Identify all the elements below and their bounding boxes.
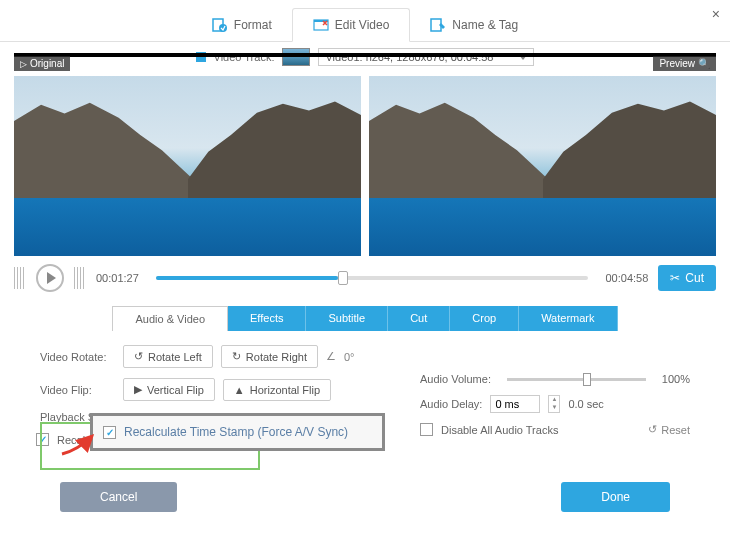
reset-icon: ↺: [648, 423, 657, 436]
video-track-row: Video Track: Video1: h264, 1280x676, 00:…: [0, 42, 730, 72]
angle-icon: ∠: [326, 350, 336, 363]
tab-name-tag-label: Name & Tag: [452, 18, 518, 32]
volume-thumb[interactable]: [583, 373, 591, 386]
close-button[interactable]: ×: [712, 6, 720, 22]
vflip-icon: ▶: [134, 383, 142, 396]
video-preview-area: [0, 76, 730, 256]
subtab-subtitle[interactable]: Subtitle: [306, 306, 388, 331]
disable-audio-checkbox[interactable]: [420, 423, 433, 436]
cancel-button[interactable]: Cancel: [60, 482, 177, 512]
tab-edit-video-label: Edit Video: [335, 18, 390, 32]
edit-video-icon: [313, 17, 329, 33]
subtab-watermark[interactable]: Watermark: [519, 306, 617, 331]
play-button[interactable]: [36, 264, 64, 292]
recalc-checkbox-bg[interactable]: [36, 433, 49, 446]
cut-button[interactable]: ✂ Cut: [658, 265, 716, 291]
name-tag-icon: [430, 17, 446, 33]
original-badge: ▷Original: [14, 56, 70, 71]
rotate-right-icon: ↻: [232, 350, 241, 363]
volume-value: 100%: [662, 373, 690, 385]
grip-left[interactable]: [14, 267, 26, 289]
angle-value: 0°: [344, 351, 355, 363]
tab-format-label: Format: [234, 18, 272, 32]
tab-name-tag[interactable]: Name & Tag: [410, 8, 538, 41]
subtab-audio-video[interactable]: Audio & Video: [112, 306, 228, 331]
delay-input[interactable]: [490, 395, 540, 413]
rotate-left-icon: ↺: [134, 350, 143, 363]
original-video-panel: [14, 76, 361, 256]
vertical-flip-button[interactable]: ▶Vertical Flip: [123, 378, 215, 401]
horizontal-flip-button[interactable]: ▲Horizontal Flip: [223, 379, 331, 401]
timeline-slider[interactable]: [156, 276, 588, 280]
footer-buttons: Cancel Done: [0, 464, 730, 512]
video-top-bar: [14, 53, 716, 57]
recalc-overlay-label: Recalculate Time Stamp (Force A/V Sync): [124, 425, 348, 439]
magnify-icon: 🔍: [698, 58, 710, 69]
timeline-fill: [156, 276, 338, 280]
transport-bar: 00:01:27 00:04:58 ✂ Cut: [0, 256, 730, 300]
recalc-overlay: Recalculate Time Stamp (Force A/V Sync): [90, 413, 385, 451]
disable-audio-label: Disable All Audio Tracks: [441, 424, 558, 436]
grip-right[interactable]: [74, 267, 86, 289]
subtab-crop[interactable]: Crop: [450, 306, 519, 331]
rotate-right-button[interactable]: ↻Rotate Right: [221, 345, 318, 368]
subtab-cut[interactable]: Cut: [388, 306, 450, 331]
current-time: 00:01:27: [96, 272, 146, 284]
format-icon: [212, 17, 228, 33]
track-thumbnail: [282, 48, 310, 66]
reset-button[interactable]: ↺Reset: [648, 423, 690, 436]
subtab-effects[interactable]: Effects: [228, 306, 306, 331]
tab-edit-video[interactable]: Edit Video: [292, 8, 411, 42]
top-tab-bar: Format Edit Video Name & Tag: [0, 0, 730, 42]
flip-label: Video Flip:: [40, 384, 115, 396]
timeline-thumb[interactable]: [338, 271, 348, 285]
scissors-icon: ✂: [670, 271, 680, 285]
delay-spinner[interactable]: ▲▼: [548, 395, 560, 413]
sub-tab-bar: Audio & Video Effects Subtitle Cut Crop …: [0, 306, 730, 331]
video-track-select[interactable]: Video1: h264, 1280x676, 00:04:58: [318, 48, 534, 66]
volume-slider[interactable]: [507, 378, 646, 381]
recalc-overlay-checkbox[interactable]: [103, 426, 116, 439]
delay-label: Audio Delay:: [420, 398, 482, 410]
rotate-left-button[interactable]: ↺Rotate Left: [123, 345, 213, 368]
preview-badge[interactable]: Preview🔍: [653, 56, 716, 71]
done-button[interactable]: Done: [561, 482, 670, 512]
cut-button-label: Cut: [685, 271, 704, 285]
delay-sec: 0.0 sec: [568, 398, 603, 410]
total-time: 00:04:58: [598, 272, 648, 284]
hflip-icon: ▲: [234, 384, 245, 396]
preview-video-panel: [369, 76, 716, 256]
volume-label: Audio Volume:: [420, 373, 491, 385]
rotate-label: Video Rotate:: [40, 351, 115, 363]
tab-format[interactable]: Format: [192, 8, 292, 41]
